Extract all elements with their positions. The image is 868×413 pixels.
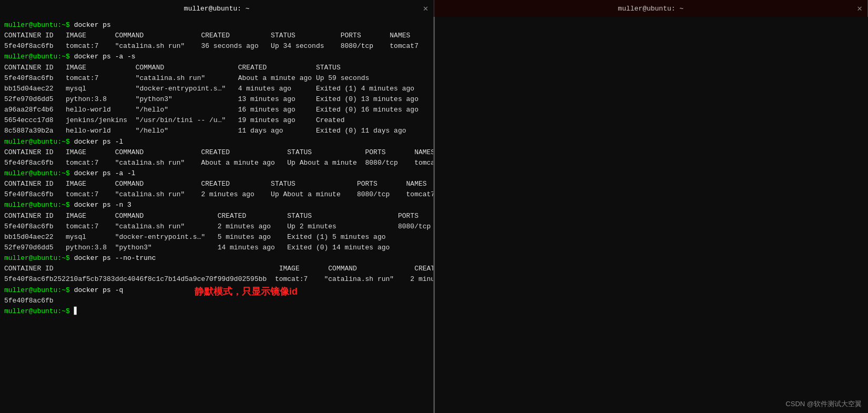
- terminal-line: 5fe40f8ac6fb tomcat:7 "catalina.sh run" …: [4, 41, 429, 52]
- terminal-line: 5654eccc17d8 jenkins/jenkins "/usr/bin/t…: [4, 115, 429, 126]
- right-tab-label: muller@ubuntu: ~: [618, 5, 683, 13]
- prompt-text: muller@ubuntu:~$: [4, 201, 74, 209]
- terminal-line: CONTAINER ID IMAGE COMMAND CREATED STATU…: [4, 147, 429, 158]
- command-text: docker ps -a -s: [74, 53, 136, 61]
- terminal-line: muller@ubuntu:~$ docker ps -a -s: [4, 52, 429, 62]
- terminal-output: muller@ubuntu:~$ docker psCONTAINER ID I…: [4, 20, 429, 317]
- terminal-line: 5fe40f8ac6fb252210af5cb7383ddc4046f8c1c7…: [4, 274, 429, 285]
- prompt-text: muller@ubuntu:~$: [4, 169, 74, 177]
- terminal-line: 5fe40f8ac6fb tomcat:7 "catalina.sh run" …: [4, 221, 429, 232]
- command-text: docker ps: [74, 21, 111, 29]
- terminal-line: CONTAINER ID IMAGE COMMAND CREATED STATU…: [4, 63, 429, 73]
- terminal-line: muller@ubuntu:~$ docker ps: [4, 20, 429, 31]
- terminal-line: bb15d04aec22 mysql "docker-entrypoint.s……: [4, 84, 429, 94]
- prompt-text: muller@ubuntu:~$: [4, 254, 74, 262]
- terminal-line: muller@ubuntu:~$ docker ps -n 3: [4, 200, 429, 210]
- terminal-line: a96aa28fc4b6 hello-world "/hello" 16 min…: [4, 105, 429, 115]
- terminal-line: 5fe40f8ac6fb tomcat:7 "catalina.sh run" …: [4, 73, 429, 84]
- command-text: docker ps -l: [74, 138, 124, 146]
- watermark: CSDN @软件测试大空翼: [785, 399, 862, 409]
- terminal-line: muller@ubuntu:~$ docker ps --no-trunc: [4, 253, 429, 264]
- command-text: docker ps -a -l: [74, 169, 136, 177]
- right-terminal-pane[interactable]: [435, 17, 868, 413]
- window-bar: muller@ubuntu: ~ ✕ muller@ubuntu: ~ ✕: [0, 0, 868, 17]
- terminal-line: muller@ubuntu:~$ docker ps -a -l: [4, 168, 429, 179]
- terminal-line: CONTAINER ID IMAGE COMMAND CREATED STATU…: [4, 264, 429, 274]
- command-text: docker ps -q: [74, 286, 124, 294]
- prompt-text: muller@ubuntu:~$: [4, 138, 74, 146]
- terminal-line: 52fe970d6dd5 python:3.8 "python3" 14 min…: [4, 243, 429, 253]
- terminal-line: CONTAINER ID IMAGE COMMAND CREATED STATU…: [4, 179, 429, 189]
- right-tab-close[interactable]: ✕: [857, 3, 862, 14]
- left-tab-label: muller@ubuntu: ~: [184, 5, 250, 13]
- prompt-text: muller@ubuntu:~$: [4, 286, 74, 294]
- terminal-line: muller@ubuntu:~$ ▋: [4, 306, 429, 317]
- prompt-text: muller@ubuntu:~$: [4, 21, 74, 29]
- terminal-line: 8c5887a39b2a hello-world "/hello" 11 day…: [4, 126, 429, 136]
- left-tab-close[interactable]: ✕: [423, 3, 428, 14]
- prompt-text: muller@ubuntu:~$: [4, 53, 74, 61]
- terminal-container: muller@ubuntu:~$ docker psCONTAINER ID I…: [0, 17, 868, 413]
- left-terminal-pane[interactable]: muller@ubuntu:~$ docker psCONTAINER ID I…: [0, 17, 434, 413]
- terminal-line: 5fe40f8ac6fb tomcat:7 "catalina.sh run" …: [4, 189, 429, 200]
- terminal-line: 52fe970d6dd5 python:3.8 "python3" 13 min…: [4, 94, 429, 105]
- prompt-text: muller@ubuntu:~$: [4, 307, 74, 315]
- cursor-text: ▋: [74, 307, 78, 315]
- annotation-5: 静默模式，只显示镜像id: [195, 285, 298, 298]
- right-tab[interactable]: muller@ubuntu: ~ ✕: [434, 0, 869, 17]
- terminal-line: muller@ubuntu:~$ docker ps -l: [4, 137, 429, 147]
- command-text: docker ps --no-trunc: [74, 254, 156, 262]
- left-tab[interactable]: muller@ubuntu: ~ ✕: [0, 0, 434, 17]
- command-text: docker ps -n 3: [74, 201, 131, 209]
- terminal-line: CONTAINER ID IMAGE COMMAND CREATED STATU…: [4, 31, 429, 41]
- terminal-line: bb15d04aec22 mysql "docker-entrypoint.s……: [4, 232, 429, 243]
- terminal-line: CONTAINER ID IMAGE COMMAND CREATED STATU…: [4, 211, 429, 221]
- terminal-line: 5fe40f8ac6fb tomcat:7 "catalina.sh run" …: [4, 158, 429, 168]
